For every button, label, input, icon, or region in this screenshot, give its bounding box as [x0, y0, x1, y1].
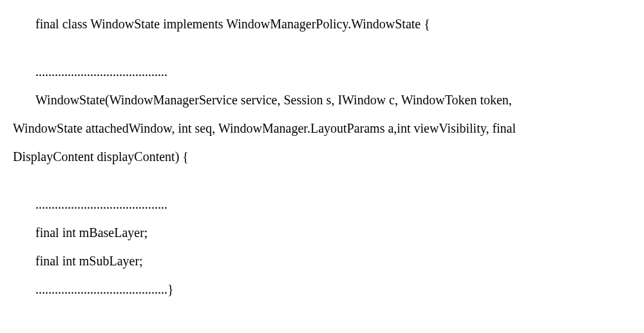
code-line: final int mSubLayer; [13, 247, 631, 275]
code-line: WindowState attachedWindow, int seq, Win… [13, 114, 631, 142]
spacer [13, 171, 631, 190]
code-block: final class WindowState implements Windo… [0, 0, 644, 316]
code-line: WindowState(WindowManagerService service… [13, 86, 631, 114]
ellipsis: ........................................… [13, 190, 631, 218]
code-line: DisplayContent displayContent) { [13, 142, 631, 171]
ellipsis: ........................................… [13, 57, 631, 86]
spacer [13, 38, 631, 57]
code-line: final class WindowState implements Windo… [13, 10, 631, 38]
code-line: final int mBaseLayer; [13, 218, 631, 247]
ellipsis: ........................................… [13, 275, 631, 303]
